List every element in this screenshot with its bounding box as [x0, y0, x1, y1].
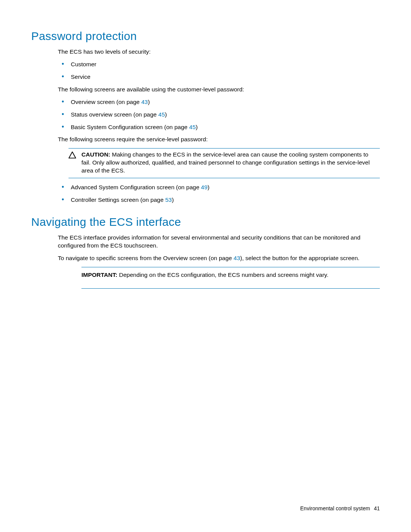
item-text: ): [165, 111, 167, 118]
paragraph: To navigate to specific screens from the…: [58, 254, 380, 262]
page-link[interactable]: 45: [189, 124, 196, 130]
service-screens-list: Advanced System Configuration screen (on…: [58, 184, 380, 204]
page-link[interactable]: 43: [141, 99, 148, 105]
page-link[interactable]: 45: [158, 111, 165, 118]
page-link[interactable]: 49: [201, 184, 207, 190]
important-box: IMPORTANT: Depending on the ECS configur…: [81, 267, 380, 289]
caution-label: CAUTION:: [81, 151, 110, 158]
paragraph: The ECS interface provides information f…: [58, 234, 380, 250]
caution-icon: [68, 151, 81, 175]
paragraph-text: ), select the button for the appropriate…: [240, 255, 360, 261]
item-text: Controller Settings screen (on page: [71, 197, 165, 203]
service-intro-text: The following screens require the servic…: [58, 136, 380, 144]
list-item: Service: [58, 73, 380, 81]
important-body: Depending on the ECS configuration, the …: [117, 272, 328, 278]
paragraph-text: To navigate to specific screens from the…: [58, 255, 234, 261]
list-item: Overview screen (on page 43): [58, 98, 380, 106]
important-label: IMPORTANT:: [81, 272, 117, 278]
customer-screens-list: Overview screen (on page 43) Status over…: [58, 98, 380, 131]
page-link[interactable]: 43: [234, 255, 240, 261]
security-levels-list: Customer Service: [58, 61, 380, 81]
list-item: Customer: [58, 61, 380, 69]
section1-body: The ECS has two levels of security: Cust…: [58, 48, 380, 204]
section2-body: The ECS interface provides information f…: [58, 234, 380, 289]
page-link[interactable]: 53: [165, 197, 172, 203]
document-page: Password protection The ECS has two leve…: [0, 0, 411, 532]
page-footer: Environmental control system41: [300, 505, 380, 511]
caution-text: CAUTION: Making changes to the ECS in th…: [81, 151, 380, 175]
list-item: Status overview screen (on page 45): [58, 111, 380, 119]
item-text: Overview screen (on page: [71, 99, 141, 105]
caution-box: CAUTION: Making changes to the ECS in th…: [68, 148, 380, 178]
item-text: ): [196, 124, 198, 130]
footer-title: Environmental control system: [300, 505, 370, 511]
intro-text: The ECS has two levels of security:: [58, 48, 380, 56]
list-item: Controller Settings screen (on page 53): [58, 196, 380, 204]
customer-intro-text: The following screens are available usin…: [58, 86, 380, 94]
heading-password-protection: Password protection: [31, 30, 380, 43]
item-text: Basic System Configuration screen (on pa…: [71, 124, 189, 130]
item-text: ): [148, 99, 150, 105]
footer-page-number: 41: [374, 505, 380, 511]
item-text: Status overview screen (on page: [71, 111, 158, 118]
list-item: Basic System Configuration screen (on pa…: [58, 123, 380, 131]
item-text: Advanced System Configuration screen (on…: [71, 184, 201, 190]
item-text: ): [207, 184, 209, 190]
item-text: ): [172, 197, 174, 203]
list-item: Advanced System Configuration screen (on…: [58, 184, 380, 192]
caution-body: Making changes to the ECS in the service…: [81, 151, 370, 174]
heading-navigating-ecs: Navigating the ECS interface: [31, 216, 380, 228]
